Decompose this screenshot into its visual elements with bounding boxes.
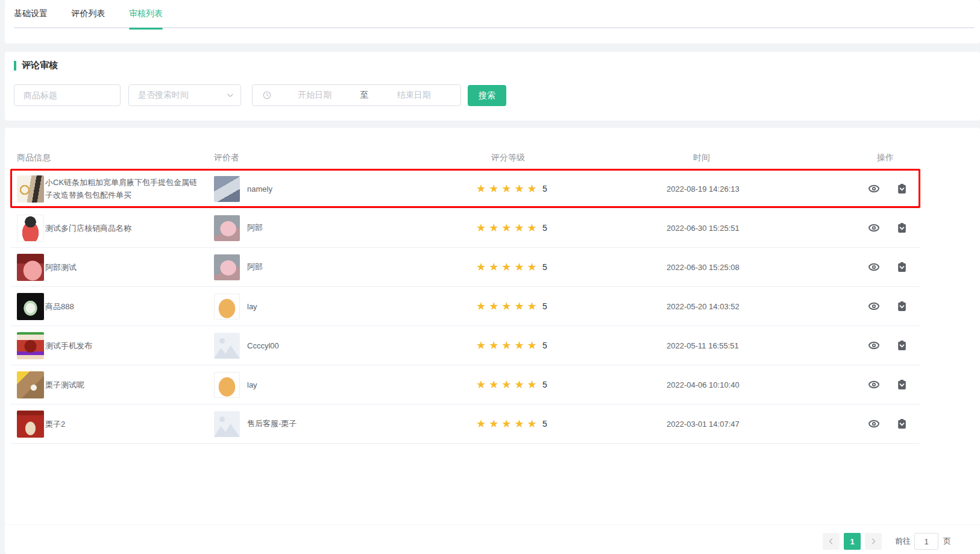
audit-table: 商品信息 评价者 评分等级 时间 操作 小CK链条加粗加宽单肩腋下包手提包金属链… bbox=[11, 148, 920, 444]
column-product-info: 商品信息 bbox=[17, 153, 51, 163]
product-title: 测试手机发布 bbox=[45, 339, 201, 352]
reviewer-name: 阿部 bbox=[247, 262, 263, 272]
tab-bar: 基础设置 评价列表 审核列表 bbox=[14, 0, 974, 28]
review-time: 2022-06-30 15:25:08 bbox=[667, 263, 740, 272]
page-number-active[interactable]: 1 bbox=[844, 533, 861, 550]
reviewer-name: 售后客服-栗子 bbox=[247, 418, 297, 429]
tab-review-list[interactable]: 评价列表 bbox=[71, 0, 105, 28]
rating-stars: ★★★★★ bbox=[476, 260, 540, 274]
audit-icon[interactable] bbox=[895, 182, 909, 196]
section-title: 评论审核 bbox=[14, 60, 58, 71]
goto-page-input[interactable] bbox=[914, 533, 938, 550]
star-icon: ★ bbox=[489, 222, 501, 234]
view-icon[interactable] bbox=[867, 260, 881, 274]
rating-stars: ★★★★★ bbox=[476, 300, 540, 313]
star-icon: ★ bbox=[527, 261, 540, 273]
product-image bbox=[17, 332, 44, 359]
reviewer-avatar bbox=[214, 333, 240, 359]
star-icon: ★ bbox=[514, 261, 527, 273]
view-icon[interactable] bbox=[867, 181, 881, 196]
rating-stars: ★★★★★ bbox=[476, 339, 540, 352]
reviewer-avatar bbox=[214, 372, 240, 398]
table-row: 栗子测试呢 lay ★★★★★ 5 2022-04-06 10:10:40 bbox=[11, 365, 920, 404]
star-icon: ★ bbox=[527, 339, 540, 351]
star-icon: ★ bbox=[527, 222, 540, 234]
filter-card: 评论审核 是否搜索时间 开始日期 至 结束日期 搜索 bbox=[5, 52, 980, 121]
rating-value: 5 bbox=[542, 301, 547, 311]
date-range-picker[interactable]: 开始日期 至 结束日期 bbox=[252, 84, 461, 106]
product-image bbox=[17, 371, 44, 398]
audit-icon[interactable] bbox=[895, 339, 909, 353]
view-icon[interactable] bbox=[867, 299, 881, 313]
rating-stars: ★★★★★ bbox=[476, 182, 540, 195]
next-page-button[interactable] bbox=[865, 533, 882, 550]
star-icon: ★ bbox=[489, 261, 501, 273]
product-title: 商品888 bbox=[45, 300, 201, 313]
view-icon[interactable] bbox=[867, 338, 881, 353]
star-icon: ★ bbox=[489, 300, 501, 312]
star-icon: ★ bbox=[527, 300, 540, 312]
product-title-field bbox=[14, 84, 121, 106]
product-image bbox=[17, 175, 44, 203]
product-title: 栗子2 bbox=[45, 418, 201, 430]
reviewer-avatar bbox=[214, 294, 240, 319]
rating-value: 5 bbox=[542, 380, 547, 389]
star-icon: ★ bbox=[501, 300, 514, 312]
star-icon: ★ bbox=[514, 183, 527, 195]
rating-value: 5 bbox=[542, 223, 547, 233]
tabs-card: 基础设置 评价列表 审核列表 bbox=[5, 0, 980, 43]
table-row: 栗子2 售后客服-栗子 ★★★★★ 5 2022-03-01 14:07:47 bbox=[11, 404, 920, 444]
column-actions: 操作 bbox=[877, 153, 894, 163]
product-image bbox=[17, 254, 44, 281]
product-title: 栗子测试呢 bbox=[45, 379, 201, 391]
audit-icon[interactable] bbox=[895, 260, 909, 274]
table-body: 小CK链条加粗加宽单肩腋下包手提包金属链子改造替换包包配件单买 namely ★… bbox=[11, 169, 920, 444]
tab-audit-list[interactable]: 审核列表 bbox=[129, 0, 163, 28]
audit-icon[interactable] bbox=[895, 417, 909, 431]
table-row: 商品888 lay ★★★★★ 5 2022-05-20 14:03:52 bbox=[11, 287, 920, 326]
tab-basic-settings[interactable]: 基础设置 bbox=[14, 0, 48, 28]
section-title-text: 评论审核 bbox=[22, 60, 58, 71]
star-icon: ★ bbox=[514, 300, 527, 312]
product-title: 测试多门店核销商品名称 bbox=[45, 222, 201, 235]
star-icon: ★ bbox=[476, 183, 489, 195]
title-accent-bar bbox=[14, 61, 16, 71]
audit-icon[interactable] bbox=[895, 300, 909, 313]
table-row: 测试多门店核销商品名称 阿部 ★★★★★ 5 2022-06-30 15:25:… bbox=[11, 209, 920, 248]
date-range-separator: 至 bbox=[356, 90, 374, 101]
reviewer-avatar bbox=[214, 254, 240, 280]
product-title-input[interactable] bbox=[14, 85, 120, 105]
rating-stars: ★★★★★ bbox=[476, 417, 540, 430]
star-icon: ★ bbox=[501, 339, 514, 351]
chevron-left-icon bbox=[828, 538, 835, 545]
end-date-placeholder[interactable]: 结束日期 bbox=[374, 90, 455, 101]
product-title: 阿部测试 bbox=[45, 261, 201, 274]
reviewer-name: namely bbox=[247, 184, 272, 194]
table-row: 小CK链条加粗加宽单肩腋下包手提包金属链子改造替换包包配件单买 namely ★… bbox=[11, 169, 920, 209]
rating-stars: ★★★★★ bbox=[476, 378, 540, 391]
star-icon: ★ bbox=[514, 418, 527, 430]
pagination-divider bbox=[5, 524, 980, 525]
product-image bbox=[17, 215, 44, 242]
product-image bbox=[17, 293, 44, 320]
star-icon: ★ bbox=[501, 183, 514, 195]
table-card: 商品信息 评价者 评分等级 时间 操作 小CK链条加粗加宽单肩腋下包手提包金属链… bbox=[5, 128, 980, 554]
star-icon: ★ bbox=[476, 379, 489, 391]
product-title: 小CK链条加粗加宽单肩腋下包手提包金属链子改造替换包包配件单买 bbox=[45, 176, 201, 201]
view-icon[interactable] bbox=[867, 417, 881, 431]
star-icon: ★ bbox=[514, 339, 527, 351]
view-icon[interactable] bbox=[867, 377, 881, 392]
search-button[interactable]: 搜索 bbox=[468, 85, 506, 106]
page-unit-label: 页 bbox=[943, 533, 951, 550]
audit-icon[interactable] bbox=[895, 378, 909, 392]
clock-icon bbox=[262, 90, 272, 100]
review-time: 2022-04-06 10:10:40 bbox=[667, 380, 740, 389]
time-search-select[interactable]: 是否搜索时间 bbox=[128, 84, 241, 106]
audit-icon[interactable] bbox=[895, 221, 909, 235]
star-icon: ★ bbox=[514, 222, 527, 234]
view-icon[interactable] bbox=[867, 221, 881, 235]
reviewer-avatar bbox=[214, 411, 240, 437]
reviewer-avatar bbox=[214, 176, 240, 202]
prev-page-button[interactable] bbox=[823, 533, 840, 550]
start-date-placeholder[interactable]: 开始日期 bbox=[274, 90, 356, 101]
